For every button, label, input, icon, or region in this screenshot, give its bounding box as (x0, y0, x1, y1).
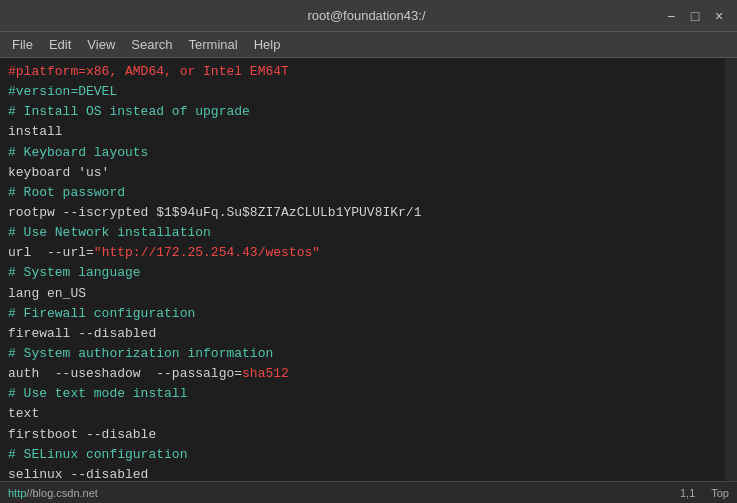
menu-item-view[interactable]: View (79, 35, 123, 54)
editor-line: # Firewall configuration (8, 304, 717, 324)
window-controls: − □ × (663, 8, 727, 24)
menu-item-help[interactable]: Help (246, 35, 289, 54)
editor-line: firewall --disabled (8, 324, 717, 344)
window-title: root@foundation43:/ (70, 8, 663, 23)
status-bar: http//blog.csdn.net 1,1 Top (0, 481, 737, 503)
editor-line: # SELinux configuration (8, 445, 717, 465)
editor-line: # Install OS instead of upgrade (8, 102, 717, 122)
scrollbar[interactable] (725, 58, 737, 481)
editor-line: #version=DEVEL (8, 82, 717, 102)
title-bar: root@foundation43:/ − □ × (0, 0, 737, 32)
editor-line: url --url="http://172.25.254.43/westos" (8, 243, 717, 263)
maximize-button[interactable]: □ (687, 8, 703, 24)
menu-item-search[interactable]: Search (123, 35, 180, 54)
editor-line: #platform=x86, AMD64, or Intel EM64T (8, 62, 717, 82)
editor-line: rootpw --iscrypted $1$94uFq.Su$8ZI7AzCLU… (8, 203, 717, 223)
menu-item-file[interactable]: File (4, 35, 41, 54)
editor-line: text (8, 404, 717, 424)
editor-line: # Use Network installation (8, 223, 717, 243)
scroll-position: Top (711, 487, 729, 499)
editor-line: # Keyboard layouts (8, 143, 717, 163)
status-position: http//blog.csdn.net (8, 487, 98, 499)
editor-line: lang en_US (8, 284, 717, 304)
minimize-button[interactable]: − (663, 8, 679, 24)
editor-line: # System authorization information (8, 344, 717, 364)
editor-line: auth --useshadow --passalgo=sha512 (8, 364, 717, 384)
editor-line: # Use text mode install (8, 384, 717, 404)
cursor-position: 1,1 (680, 487, 695, 499)
editor-line: # System language (8, 263, 717, 283)
editor-container: #platform=x86, AMD64, or Intel EM64T#ver… (0, 58, 737, 481)
menu-item-terminal[interactable]: Terminal (181, 35, 246, 54)
menu-item-edit[interactable]: Edit (41, 35, 79, 54)
close-button[interactable]: × (711, 8, 727, 24)
editor-line: keyboard 'us' (8, 163, 717, 183)
menu-bar: FileEditViewSearchTerminalHelp (0, 32, 737, 58)
editor-line: selinux --disabled (8, 465, 717, 481)
editor-line: firstboot --disable (8, 425, 717, 445)
editor-line: install (8, 122, 717, 142)
editor-content[interactable]: #platform=x86, AMD64, or Intel EM64T#ver… (0, 58, 725, 481)
editor-line: # Root password (8, 183, 717, 203)
